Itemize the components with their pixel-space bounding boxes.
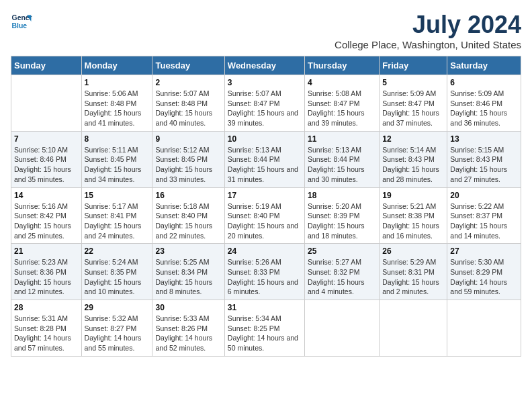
day-info: Sunrise: 5:18 AMSunset: 8:40 PMDaylight:…	[155, 201, 221, 241]
calendar-cell: 3Sunrise: 5:07 AMSunset: 8:47 PMDaylight…	[224, 75, 304, 132]
title-area: July 2024 College Place, Washington, Uni…	[335, 11, 521, 50]
day-info: Sunrise: 5:13 AMSunset: 8:44 PMDaylight:…	[228, 145, 302, 185]
day-number: 6	[450, 78, 518, 87]
calendar-cell: 10Sunrise: 5:13 AMSunset: 8:44 PMDayligh…	[224, 131, 304, 187]
day-info: Sunrise: 5:17 AMSunset: 8:41 PMDaylight:…	[85, 201, 150, 241]
day-number: 4	[308, 78, 376, 87]
day-info: Sunrise: 5:20 AMSunset: 8:39 PMDaylight:…	[308, 201, 376, 241]
weekday-header-row: SundayMondayTuesdayWednesdayThursdayFrid…	[11, 56, 521, 75]
calendar-cell: 14Sunrise: 5:16 AMSunset: 8:42 PMDayligh…	[11, 187, 82, 244]
calendar-cell: 9Sunrise: 5:12 AMSunset: 8:45 PMDaylight…	[152, 131, 224, 187]
calendar-week-row: 1Sunrise: 5:06 AMSunset: 8:48 PMDaylight…	[11, 75, 521, 132]
day-number: 5	[382, 78, 444, 87]
calendar-week-row: 21Sunrise: 5:23 AMSunset: 8:36 PMDayligh…	[11, 244, 521, 300]
calendar-cell: 25Sunrise: 5:27 AMSunset: 8:32 PMDayligh…	[304, 244, 379, 300]
day-info: Sunrise: 5:24 AMSunset: 8:35 PMDaylight:…	[85, 257, 150, 297]
day-info: Sunrise: 5:10 AMSunset: 8:46 PMDaylight:…	[14, 145, 79, 185]
day-info: Sunrise: 5:14 AMSunset: 8:43 PMDaylight:…	[382, 145, 444, 185]
svg-text:Blue: Blue	[12, 22, 28, 30]
logo-icon: General Blue	[11, 11, 32, 32]
day-info: Sunrise: 5:32 AMSunset: 8:27 PMDaylight:…	[85, 314, 150, 353]
day-info: Sunrise: 5:06 AMSunset: 8:48 PMDaylight:…	[85, 89, 150, 128]
day-number: 28	[14, 303, 79, 312]
day-info: Sunrise: 5:21 AMSunset: 8:38 PMDaylight:…	[382, 201, 444, 241]
day-info: Sunrise: 5:33 AMSunset: 8:26 PMDaylight:…	[155, 314, 221, 353]
calendar-cell: 2Sunrise: 5:07 AMSunset: 8:48 PMDaylight…	[152, 75, 224, 132]
day-number: 25	[308, 246, 376, 256]
day-number: 24	[228, 246, 302, 256]
day-number: 26	[382, 246, 444, 256]
day-info: Sunrise: 5:12 AMSunset: 8:45 PMDaylight:…	[155, 145, 221, 185]
day-number: 27	[450, 246, 518, 256]
weekday-header-thursday: Thursday	[304, 56, 379, 75]
day-number: 31	[228, 303, 302, 312]
day-info: Sunrise: 5:31 AMSunset: 8:28 PMDaylight:…	[14, 314, 79, 353]
day-info: Sunrise: 5:07 AMSunset: 8:48 PMDaylight:…	[155, 89, 221, 128]
calendar-cell: 6Sunrise: 5:09 AMSunset: 8:46 PMDaylight…	[447, 75, 521, 132]
page-header: General Blue July 2024 College Place, Wa…	[11, 11, 521, 50]
day-info: Sunrise: 5:29 AMSunset: 8:31 PMDaylight:…	[382, 257, 444, 297]
calendar-cell: 1Sunrise: 5:06 AMSunset: 8:48 PMDaylight…	[81, 75, 152, 132]
day-number: 14	[14, 191, 79, 200]
calendar-cell	[304, 300, 379, 357]
calendar-week-row: 14Sunrise: 5:16 AMSunset: 8:42 PMDayligh…	[11, 187, 521, 244]
day-info: Sunrise: 5:16 AMSunset: 8:42 PMDaylight:…	[14, 201, 79, 241]
day-number: 11	[308, 134, 376, 144]
calendar-cell: 23Sunrise: 5:25 AMSunset: 8:34 PMDayligh…	[152, 244, 224, 300]
day-number: 19	[382, 191, 444, 200]
day-info: Sunrise: 5:15 AMSunset: 8:43 PMDaylight:…	[450, 145, 518, 185]
calendar-cell	[380, 300, 447, 357]
day-number: 8	[85, 134, 150, 144]
calendar-week-row: 7Sunrise: 5:10 AMSunset: 8:46 PMDaylight…	[11, 131, 521, 187]
day-info: Sunrise: 5:08 AMSunset: 8:47 PMDaylight:…	[308, 89, 376, 128]
day-info: Sunrise: 5:27 AMSunset: 8:32 PMDaylight:…	[308, 257, 376, 297]
calendar-cell: 22Sunrise: 5:24 AMSunset: 8:35 PMDayligh…	[81, 244, 152, 300]
calendar-cell: 30Sunrise: 5:33 AMSunset: 8:26 PMDayligh…	[152, 300, 224, 357]
page-title: July 2024	[335, 11, 521, 39]
day-number: 21	[14, 246, 79, 256]
calendar-cell: 4Sunrise: 5:08 AMSunset: 8:47 PMDaylight…	[304, 75, 379, 132]
weekday-header-saturday: Saturday	[447, 56, 521, 75]
calendar-cell: 26Sunrise: 5:29 AMSunset: 8:31 PMDayligh…	[380, 244, 447, 300]
calendar-cell: 19Sunrise: 5:21 AMSunset: 8:38 PMDayligh…	[380, 187, 447, 244]
day-number: 2	[155, 78, 221, 87]
calendar-cell: 15Sunrise: 5:17 AMSunset: 8:41 PMDayligh…	[81, 187, 152, 244]
weekday-header-friday: Friday	[380, 56, 447, 75]
calendar-cell: 28Sunrise: 5:31 AMSunset: 8:28 PMDayligh…	[11, 300, 82, 357]
day-info: Sunrise: 5:23 AMSunset: 8:36 PMDaylight:…	[14, 257, 79, 297]
day-number: 13	[450, 134, 518, 144]
day-info: Sunrise: 5:22 AMSunset: 8:37 PMDaylight:…	[450, 201, 518, 241]
day-number: 12	[382, 134, 444, 144]
day-number: 1	[85, 78, 150, 87]
day-info: Sunrise: 5:13 AMSunset: 8:44 PMDaylight:…	[308, 145, 376, 185]
day-number: 30	[155, 303, 221, 312]
day-number: 22	[85, 246, 150, 256]
weekday-header-tuesday: Tuesday	[152, 56, 224, 75]
day-info: Sunrise: 5:25 AMSunset: 8:34 PMDaylight:…	[155, 257, 221, 297]
logo: General Blue	[11, 11, 32, 32]
day-number: 3	[228, 78, 302, 87]
day-number: 9	[155, 134, 221, 144]
calendar-cell: 31Sunrise: 5:34 AMSunset: 8:25 PMDayligh…	[224, 300, 304, 357]
calendar-week-row: 28Sunrise: 5:31 AMSunset: 8:28 PMDayligh…	[11, 300, 521, 357]
calendar-cell	[11, 75, 82, 132]
calendar-cell: 11Sunrise: 5:13 AMSunset: 8:44 PMDayligh…	[304, 131, 379, 187]
day-number: 7	[14, 134, 79, 144]
day-number: 16	[155, 191, 221, 200]
calendar-cell: 18Sunrise: 5:20 AMSunset: 8:39 PMDayligh…	[304, 187, 379, 244]
day-number: 17	[228, 191, 302, 200]
calendar-cell: 7Sunrise: 5:10 AMSunset: 8:46 PMDaylight…	[11, 131, 82, 187]
weekday-header-monday: Monday	[81, 56, 152, 75]
calendar-cell: 12Sunrise: 5:14 AMSunset: 8:43 PMDayligh…	[380, 131, 447, 187]
calendar-table: SundayMondayTuesdayWednesdayThursdayFrid…	[11, 56, 521, 357]
day-info: Sunrise: 5:26 AMSunset: 8:33 PMDaylight:…	[228, 257, 302, 297]
day-number: 10	[228, 134, 302, 144]
calendar-cell: 24Sunrise: 5:26 AMSunset: 8:33 PMDayligh…	[224, 244, 304, 300]
calendar-cell	[447, 300, 521, 357]
day-info: Sunrise: 5:09 AMSunset: 8:47 PMDaylight:…	[382, 89, 444, 128]
page-subtitle: College Place, Washington, United States	[335, 39, 521, 50]
day-number: 20	[450, 191, 518, 200]
calendar-cell: 29Sunrise: 5:32 AMSunset: 8:27 PMDayligh…	[81, 300, 152, 357]
calendar-cell: 8Sunrise: 5:11 AMSunset: 8:45 PMDaylight…	[81, 131, 152, 187]
day-number: 15	[85, 191, 150, 200]
